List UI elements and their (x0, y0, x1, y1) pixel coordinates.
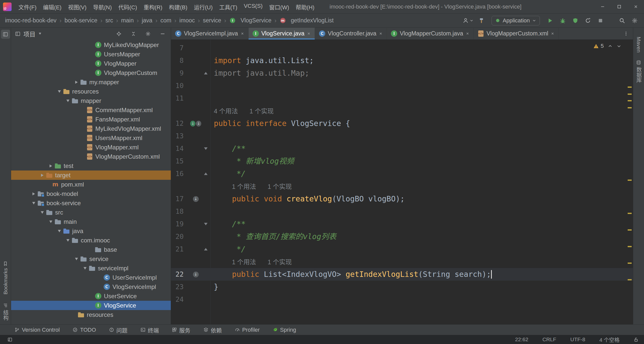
user-button[interactable] (463, 16, 473, 25)
inlay-hint-row[interactable]: 1 个用法1 个实现 (171, 180, 633, 193)
tree-chevron-icon[interactable] (56, 230, 63, 232)
code-line-14[interactable]: 14 /** (171, 142, 633, 155)
menu-VCS(S)[interactable]: VCS(S) (240, 3, 266, 11)
implementations-icon[interactable]: ↓ (193, 196, 199, 202)
implementations-icon[interactable]: ↓ (193, 272, 199, 277)
warning-stripe-mark[interactable] (628, 263, 632, 264)
tree-chevron-icon[interactable] (81, 267, 89, 270)
tab-close-icon[interactable] (240, 32, 244, 35)
tab-close-icon[interactable] (551, 32, 554, 35)
stop-button[interactable] (596, 16, 605, 25)
hide-panel-button[interactable] (158, 29, 167, 38)
menu-导航(N)[interactable]: 导航(N) (90, 3, 115, 11)
implementations-icon[interactable]: ↓ (196, 121, 201, 126)
tab-VlogService.java[interactable]: IVlogService.java (249, 28, 315, 39)
code-line-13[interactable]: 13 (171, 130, 633, 142)
fold-marker-icon[interactable] (201, 142, 210, 155)
tree-item-UsersMapper[interactable]: IUsersMapper (11, 50, 171, 59)
line-number[interactable]: 15 (171, 155, 190, 167)
tree-item-target[interactable]: target (11, 170, 171, 180)
tree-item-VlogServiceImpl[interactable]: CVlogServiceImpl (11, 282, 171, 291)
code-line-18[interactable]: 18 (171, 205, 633, 218)
line-number[interactable]: 13 (171, 130, 190, 142)
line-number[interactable]: 8 (171, 54, 190, 67)
tree-item-base[interactable]: base (11, 245, 171, 254)
breadcrumb-item-service[interactable]: service (203, 17, 221, 24)
line-number[interactable]: 11 (171, 92, 190, 105)
tree-item-com.imooc[interactable]: com.imooc (11, 236, 171, 245)
tree-chevron-icon[interactable] (73, 258, 80, 260)
caret-position[interactable]: 22:62 (515, 336, 529, 342)
close-button[interactable] (627, 0, 644, 13)
search-everywhere-button[interactable] (618, 16, 626, 25)
tree-item-MyLikedVlogMapper.xml[interactable]: </>MyLikedVlogMapper.xml (11, 124, 171, 133)
toolwindow-button-服务[interactable]: 服务 (172, 326, 190, 334)
indent-setting[interactable]: 4 个空格 (599, 336, 620, 343)
line-number[interactable] (171, 105, 190, 117)
debug-button[interactable] (558, 16, 567, 25)
tab-VlogController.java[interactable]: CVlogController.java (315, 28, 387, 39)
tree-item-java[interactable]: java (11, 226, 171, 236)
warning-stripe-mark[interactable] (628, 229, 632, 231)
tree-item-UserServiceImpl[interactable]: CUserServiceImpl (11, 273, 171, 282)
tab-close-icon[interactable] (379, 32, 383, 35)
editor[interactable]: 78import java.util.List;9import java.uti… (171, 40, 633, 324)
menu-运行(U)[interactable]: 运行(U) (191, 3, 216, 11)
tab-VlogMapperCustom.xml[interactable]: </>VlogMapperCustom.xml (474, 28, 559, 39)
breadcrumb-item-book-service[interactable]: book-service (65, 17, 97, 24)
code-line-16[interactable]: 16 */ (171, 167, 633, 180)
warning-stripe-mark[interactable] (628, 213, 632, 214)
code-line-8[interactable]: 8import java.util.List; (171, 54, 633, 67)
menu-工具(T)[interactable]: 工具(T) (216, 3, 240, 11)
fold-marker-icon[interactable] (201, 243, 210, 255)
structure-stripe-button[interactable]: 结构 (2, 303, 9, 320)
layout-button[interactable] (6, 335, 14, 344)
tree-item-VlogMapper[interactable]: IVlogMapper (11, 59, 171, 68)
toolwindow-button-Version Control[interactable]: Version Control (15, 327, 60, 333)
code-line-11[interactable]: 11 (171, 92, 633, 105)
project-stripe-button[interactable] (1, 30, 10, 39)
tree-item-VlogMapperCustom.xml[interactable]: </>VlogMapperCustom.xml (11, 152, 171, 161)
maximize-button[interactable] (611, 0, 627, 13)
tree-item-VlogService[interactable]: IVlogService (11, 301, 171, 310)
breadcrumb-item-imooc-red-book-dev[interactable]: imooc-red-book-dev (5, 17, 57, 24)
code-line-19[interactable]: 19 /** (171, 218, 633, 230)
toolwindow-button-TODO[interactable]: TODO (73, 327, 96, 333)
tree-item-FansMapper.xml[interactable]: </>FansMapper.xml (11, 115, 171, 124)
code-line-22[interactable]: 22↓ public List<IndexVlogVO> getIndexVlo… (171, 268, 633, 281)
tabs-more-button[interactable] (624, 28, 633, 39)
database-stripe-button[interactable]: 数据库 (635, 60, 642, 83)
tree-chevron-icon[interactable] (38, 174, 46, 177)
code-line-20[interactable]: 20 * 查询首页/搜索的vlog列表 (171, 230, 633, 243)
select-opened-file-button[interactable] (114, 29, 123, 38)
tree-item-VlogMapper.xml[interactable]: </>VlogMapper.xml (11, 143, 171, 152)
breadcrumb-item-getIndexVlogList[interactable]: mgetIndexVlogList (279, 17, 334, 24)
tree-item-resources[interactable]: resources (11, 310, 171, 319)
inlay-hint-row[interactable]: 1 个用法1 个实现 (171, 255, 633, 268)
tree-item-MyLikedVlogMapper[interactable]: IMyLikedVlogMapper (11, 40, 171, 50)
tree-chevron-icon[interactable] (30, 192, 37, 195)
toolwindow-button-Profiler[interactable]: Profiler (235, 327, 260, 333)
toolwindow-button-依赖[interactable]: 依赖 (204, 326, 222, 334)
tree-chevron-icon[interactable] (73, 81, 80, 84)
tree-chevron-icon[interactable] (38, 211, 46, 214)
tree-item-mapper[interactable]: mapper (11, 96, 171, 105)
warning-stripe-mark[interactable] (628, 100, 632, 101)
fold-marker-icon[interactable] (201, 67, 210, 79)
tree-item-my.mapper[interactable]: my.mapper (11, 77, 171, 87)
tree-item-main[interactable]: main (11, 217, 171, 226)
toolwindow-button-问题[interactable]: 问题 (109, 326, 128, 334)
tree-chevron-icon[interactable] (56, 90, 63, 93)
warning-stripe-mark[interactable] (628, 87, 632, 88)
tab-close-icon[interactable] (307, 32, 311, 35)
minimize-button[interactable] (594, 0, 611, 13)
line-number[interactable]: 20 (171, 230, 190, 243)
code-line-21[interactable]: 21 */ (171, 243, 633, 255)
menu-视图(V)[interactable]: 视图(V) (65, 3, 90, 11)
previous-problem-icon[interactable] (608, 44, 613, 49)
menu-构建(B)[interactable]: 构建(B) (166, 3, 190, 11)
fold-marker-icon[interactable] (201, 167, 210, 180)
warning-stripe-mark[interactable] (628, 94, 632, 95)
tree-chevron-icon[interactable] (64, 100, 72, 102)
warning-stripe-mark[interactable] (628, 180, 632, 181)
